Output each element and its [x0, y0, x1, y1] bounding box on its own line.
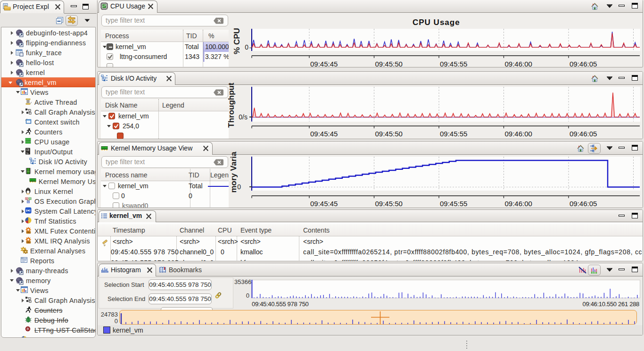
svg-text:XML: XML — [26, 231, 31, 234]
svg-text:XML: XML — [26, 241, 31, 243]
